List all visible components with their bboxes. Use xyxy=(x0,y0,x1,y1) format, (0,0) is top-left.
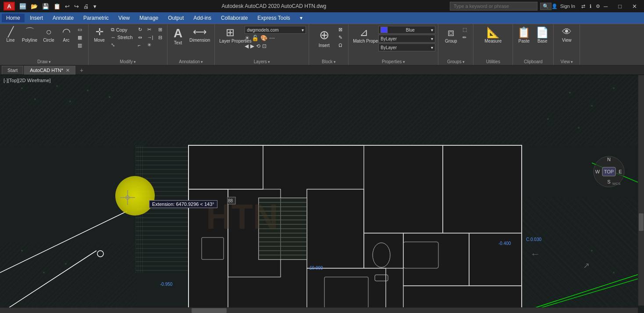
menu-annotate[interactable]: Annotate xyxy=(48,14,78,22)
line-button[interactable]: ╱ Line xyxy=(3,26,18,44)
mirror-button[interactable]: ⇔ xyxy=(136,34,144,41)
group-edit-button[interactable]: ✏ xyxy=(461,34,469,41)
exchange-icon[interactable]: ⇄ xyxy=(581,4,585,9)
polyline-button[interactable]: ⌒ Polyline xyxy=(20,26,39,44)
arc-button[interactable]: ◠ Arc xyxy=(58,26,74,44)
new-button[interactable]: 🆕 xyxy=(18,2,28,11)
gradient-button[interactable]: ▥ xyxy=(76,42,85,49)
scale-button[interactable]: ⤡ xyxy=(109,41,135,49)
measure-button[interactable]: 📐 Measure xyxy=(483,26,503,45)
hatch-button[interactable]: ▦ xyxy=(76,34,85,41)
redo-button[interactable]: ↪ xyxy=(72,2,81,11)
block-group-arrow[interactable]: ▾ xyxy=(334,60,336,64)
customize-qa[interactable]: ▾ xyxy=(92,2,98,11)
menu-insert[interactable]: Insert xyxy=(25,14,47,22)
match-properties-button[interactable]: ⊿ Match Properties xyxy=(351,26,377,45)
search-button[interactable]: 🔍 xyxy=(540,3,551,10)
text-button[interactable]: A Text xyxy=(170,26,186,47)
app-logo[interactable]: A xyxy=(4,2,15,11)
plot-button[interactable]: 🖨 xyxy=(82,2,91,11)
vertical-scrollbar-thumb[interactable] xyxy=(639,213,644,231)
annotation-group-arrow[interactable]: ▾ xyxy=(201,60,203,64)
layer-lock-icon[interactable]: 🔓 xyxy=(252,35,259,41)
create-block-button[interactable]: ⊠ xyxy=(337,26,344,33)
menu-collaborate[interactable]: Collaborate xyxy=(217,14,252,22)
modify-group: ✛ Move ⧉ Copy ↔ Stretch ⤡ xyxy=(89,24,167,65)
measure-icon: 📐 xyxy=(487,27,500,38)
menu-parametric[interactable]: Parametric xyxy=(79,14,113,22)
group-button[interactable]: ⧈ Group xyxy=(443,26,459,45)
copy-button[interactable]: ⧉ Copy xyxy=(109,26,135,33)
color-dropdown[interactable]: Blue ▾ xyxy=(378,26,435,34)
layers-group-arrow[interactable]: ▾ xyxy=(268,60,270,64)
tab-autocad-htn-label: AutoCAD HTN* xyxy=(30,68,63,73)
layer-next-icon[interactable]: ▶ xyxy=(250,43,254,49)
fillet-button[interactable]: ⌐ xyxy=(136,42,144,49)
move-button[interactable]: ✛ Move xyxy=(92,26,107,44)
trim-button[interactable]: ✂ xyxy=(146,26,155,33)
search-area: 🔍 xyxy=(450,2,551,11)
menu-more[interactable]: ▾ xyxy=(295,14,307,22)
base-button[interactable]: 📄 Base xyxy=(534,26,551,45)
info-icon[interactable]: ℹ xyxy=(590,4,591,9)
cursor-crosshair xyxy=(120,190,135,205)
add-tab-button[interactable]: + xyxy=(76,65,87,75)
tab-start[interactable]: Start xyxy=(2,66,23,74)
layer-prev-icon[interactable]: ◀ xyxy=(245,43,249,49)
stretch-button[interactable]: ↔ Stretch xyxy=(109,34,135,41)
linetype-dropdown[interactable]: ByLayer ▾ xyxy=(378,35,435,43)
menu-addins[interactable]: Add-ins xyxy=(189,14,216,22)
circle-button[interactable]: ○ Circle xyxy=(41,26,57,44)
saveas-button[interactable]: 📋 xyxy=(52,2,62,11)
open-button[interactable]: 📂 xyxy=(29,2,39,11)
minimize-button[interactable]: ─ xyxy=(600,2,611,11)
layer-restore-icon[interactable]: ⟲ xyxy=(256,43,260,49)
modify-group-arrow[interactable]: ▾ xyxy=(134,60,136,64)
layer-properties-button[interactable]: ⊞ Layer Properties xyxy=(217,26,243,45)
layer-more-icon[interactable]: ⋯ xyxy=(269,35,275,41)
lineweight-dropdown[interactable]: ByLayer ▾ xyxy=(378,43,435,51)
horizontal-scrollbar[interactable] xyxy=(0,307,638,313)
sign-in-button[interactable]: Sign In xyxy=(560,4,575,9)
layer-color-icon[interactable]: 🎨 xyxy=(260,35,267,41)
block-editor-button[interactable]: ✎ xyxy=(337,34,344,41)
tab-autocad-htn[interactable]: AutoCAD HTN* ✕ xyxy=(24,66,75,75)
properties-group-arrow[interactable]: ▾ xyxy=(403,60,405,64)
offset-button[interactable]: ⊟ xyxy=(157,34,164,41)
search-input[interactable] xyxy=(450,2,537,11)
layer-extra-icon[interactable]: ⊡ xyxy=(262,43,267,49)
define-attr-button[interactable]: Ω xyxy=(337,42,344,49)
dimension-button[interactable]: ⟷ Dimension xyxy=(188,26,212,44)
titlebar: A 🆕 📂 💾 📋 ↩ ↪ 🖨 ▾ Autodesk AutoCAD 2020 … xyxy=(0,0,644,12)
menu-home[interactable]: Home xyxy=(2,14,25,22)
draw-group-arrow[interactable]: ▾ xyxy=(49,60,51,64)
nav-cube[interactable]: N S E W TOP WCS xyxy=(591,154,626,189)
menu-output[interactable]: Output xyxy=(164,14,188,22)
settings-icon[interactable]: ⚙ xyxy=(596,4,600,9)
view-button[interactable]: 👁 View xyxy=(559,26,575,44)
array-button[interactable]: ⊞ xyxy=(157,26,164,33)
copy-small-icon: ⧉ xyxy=(111,27,114,32)
current-layer-dropdown[interactable]: dwgmodels.com ▾ xyxy=(245,26,306,34)
paste-button[interactable]: 📋 Paste xyxy=(516,26,532,45)
menu-manage[interactable]: Manage xyxy=(135,14,163,22)
insert-button[interactable]: ⊕ Insert xyxy=(313,26,335,50)
extend-button[interactable]: →| xyxy=(146,34,155,41)
close-button[interactable]: ✕ xyxy=(629,2,640,11)
horizontal-scrollbar-thumb[interactable] xyxy=(192,308,227,313)
close-tab-button[interactable]: ✕ xyxy=(66,68,70,73)
rectangle-button[interactable]: ▭ xyxy=(76,26,85,33)
vertical-scrollbar[interactable] xyxy=(638,75,644,306)
canvas-area[interactable]: [-][Top][2D Wireframe] xyxy=(0,75,644,313)
layer-freeze-icon[interactable]: ☀ xyxy=(245,35,250,41)
maximize-button[interactable]: □ xyxy=(615,2,625,11)
menu-express[interactable]: Express Tools xyxy=(253,14,294,22)
undo-button[interactable]: ↩ xyxy=(63,2,71,11)
ungroup-button[interactable]: ⬚ xyxy=(461,26,469,33)
explode-button[interactable]: ✳ xyxy=(146,41,155,49)
rotate-button[interactable]: ↻ xyxy=(136,26,144,33)
groups-group-arrow[interactable]: ▾ xyxy=(463,60,465,64)
view-group-arrow[interactable]: ▾ xyxy=(571,60,573,64)
save-button[interactable]: 💾 xyxy=(40,2,51,11)
menu-view[interactable]: View xyxy=(114,14,134,22)
